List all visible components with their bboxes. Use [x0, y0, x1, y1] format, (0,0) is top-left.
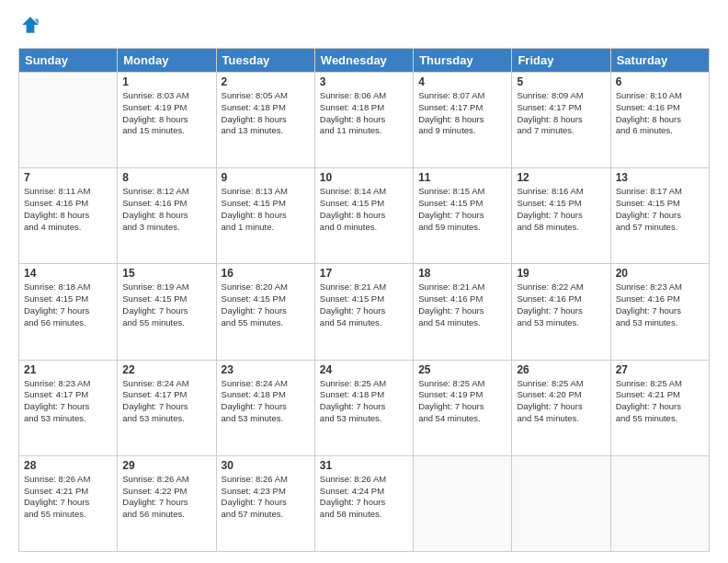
- cell-info: Sunrise: 8:24 AM Sunset: 4:17 PM Dayligh…: [122, 378, 210, 425]
- calendar-cell: 3Sunrise: 8:06 AM Sunset: 4:18 PM Daylig…: [314, 73, 413, 168]
- calendar-week-row: 7Sunrise: 8:11 AM Sunset: 4:16 PM Daylig…: [19, 168, 710, 264]
- weekday-header-friday: Friday: [512, 49, 610, 73]
- calendar-week-row: 28Sunrise: 8:26 AM Sunset: 4:21 PM Dayli…: [19, 455, 710, 551]
- cell-info: Sunrise: 8:25 AM Sunset: 4:18 PM Dayligh…: [320, 378, 408, 425]
- weekday-row: SundayMondayTuesdayWednesdayThursdayFrid…: [19, 49, 710, 73]
- header: [18, 15, 710, 39]
- cell-info: Sunrise: 8:25 AM Sunset: 4:19 PM Dayligh…: [418, 378, 506, 425]
- day-number: 7: [24, 171, 112, 184]
- calendar-cell: 29Sunrise: 8:26 AM Sunset: 4:22 PM Dayli…: [118, 455, 216, 551]
- cell-info: Sunrise: 8:03 AM Sunset: 4:19 PM Dayligh…: [122, 90, 210, 137]
- calendar-cell: 4Sunrise: 8:07 AM Sunset: 4:17 PM Daylig…: [414, 73, 512, 168]
- calendar-cell: 1Sunrise: 8:03 AM Sunset: 4:19 PM Daylig…: [118, 73, 216, 168]
- day-number: 29: [122, 459, 210, 472]
- weekday-header-monday: Monday: [118, 49, 216, 73]
- cell-info: Sunrise: 8:25 AM Sunset: 4:21 PM Dayligh…: [616, 378, 704, 425]
- calendar-cell: 14Sunrise: 8:18 AM Sunset: 4:15 PM Dayli…: [19, 264, 118, 360]
- cell-info: Sunrise: 8:09 AM Sunset: 4:17 PM Dayligh…: [517, 90, 605, 137]
- day-number: 12: [517, 171, 605, 184]
- calendar-cell: 13Sunrise: 8:17 AM Sunset: 4:15 PM Dayli…: [610, 168, 709, 264]
- day-number: 25: [418, 363, 506, 376]
- day-number: 2: [222, 75, 310, 88]
- calendar-cell: 10Sunrise: 8:14 AM Sunset: 4:15 PM Dayli…: [314, 168, 413, 264]
- calendar-cell: 17Sunrise: 8:21 AM Sunset: 4:15 PM Dayli…: [314, 264, 413, 360]
- cell-info: Sunrise: 8:22 AM Sunset: 4:16 PM Dayligh…: [517, 282, 605, 328]
- cell-info: Sunrise: 8:17 AM Sunset: 4:15 PM Dayligh…: [616, 186, 704, 233]
- day-number: 31: [320, 459, 408, 472]
- cell-info: Sunrise: 8:21 AM Sunset: 4:15 PM Dayligh…: [320, 282, 408, 328]
- day-number: 6: [616, 75, 704, 88]
- calendar-cell: 27Sunrise: 8:25 AM Sunset: 4:21 PM Dayli…: [610, 360, 709, 455]
- cell-info: Sunrise: 8:14 AM Sunset: 4:15 PM Dayligh…: [320, 186, 408, 233]
- cell-info: Sunrise: 8:25 AM Sunset: 4:20 PM Dayligh…: [517, 378, 605, 425]
- day-number: 18: [418, 267, 506, 280]
- day-number: 30: [222, 459, 310, 472]
- cell-info: Sunrise: 8:26 AM Sunset: 4:21 PM Dayligh…: [24, 474, 112, 521]
- day-number: 14: [24, 267, 112, 280]
- cell-info: Sunrise: 8:11 AM Sunset: 4:16 PM Dayligh…: [24, 186, 112, 233]
- day-number: 16: [222, 267, 310, 280]
- cell-info: Sunrise: 8:15 AM Sunset: 4:15 PM Dayligh…: [418, 186, 506, 233]
- weekday-header-saturday: Saturday: [610, 49, 709, 73]
- day-number: 23: [222, 363, 310, 376]
- weekday-header-thursday: Thursday: [414, 49, 512, 73]
- cell-info: Sunrise: 8:12 AM Sunset: 4:16 PM Dayligh…: [122, 186, 210, 233]
- calendar-cell: 24Sunrise: 8:25 AM Sunset: 4:18 PM Dayli…: [314, 360, 413, 455]
- weekday-header-sunday: Sunday: [19, 49, 118, 73]
- day-number: 26: [517, 363, 605, 376]
- calendar-page: SundayMondayTuesdayWednesdayThursdayFrid…: [0, 0, 728, 563]
- calendar-week-row: 14Sunrise: 8:18 AM Sunset: 4:15 PM Dayli…: [19, 264, 710, 360]
- calendar-cell: [414, 455, 512, 551]
- day-number: 27: [616, 363, 704, 376]
- cell-info: Sunrise: 8:26 AM Sunset: 4:23 PM Dayligh…: [222, 474, 310, 521]
- calendar-cell: 20Sunrise: 8:23 AM Sunset: 4:16 PM Dayli…: [610, 264, 709, 360]
- day-number: 20: [616, 267, 704, 280]
- calendar-cell: 15Sunrise: 8:19 AM Sunset: 4:15 PM Dayli…: [118, 264, 216, 360]
- calendar-cell: 11Sunrise: 8:15 AM Sunset: 4:15 PM Dayli…: [414, 168, 512, 264]
- calendar-cell: 25Sunrise: 8:25 AM Sunset: 4:19 PM Dayli…: [414, 360, 512, 455]
- calendar-table: SundayMondayTuesdayWednesdayThursdayFrid…: [18, 48, 710, 552]
- cell-info: Sunrise: 8:06 AM Sunset: 4:18 PM Dayligh…: [320, 90, 408, 137]
- day-number: 11: [418, 171, 506, 184]
- calendar-cell: 8Sunrise: 8:12 AM Sunset: 4:16 PM Daylig…: [118, 168, 216, 264]
- day-number: 9: [222, 171, 310, 184]
- cell-info: Sunrise: 8:07 AM Sunset: 4:17 PM Dayligh…: [418, 90, 506, 137]
- day-number: 3: [320, 75, 408, 88]
- calendar-cell: 5Sunrise: 8:09 AM Sunset: 4:17 PM Daylig…: [512, 73, 610, 168]
- calendar-cell: 6Sunrise: 8:10 AM Sunset: 4:16 PM Daylig…: [610, 73, 709, 168]
- calendar-cell: 30Sunrise: 8:26 AM Sunset: 4:23 PM Dayli…: [216, 455, 314, 551]
- cell-info: Sunrise: 8:23 AM Sunset: 4:16 PM Dayligh…: [616, 282, 704, 328]
- day-number: 4: [418, 75, 506, 88]
- calendar-cell: 12Sunrise: 8:16 AM Sunset: 4:15 PM Dayli…: [512, 168, 610, 264]
- cell-info: Sunrise: 8:10 AM Sunset: 4:16 PM Dayligh…: [616, 90, 704, 137]
- day-number: 8: [122, 171, 210, 184]
- calendar-cell: 28Sunrise: 8:26 AM Sunset: 4:21 PM Dayli…: [19, 455, 118, 551]
- day-number: 13: [616, 171, 704, 184]
- day-number: 24: [320, 363, 408, 376]
- calendar-cell: 26Sunrise: 8:25 AM Sunset: 4:20 PM Dayli…: [512, 360, 610, 455]
- calendar-cell: 31Sunrise: 8:26 AM Sunset: 4:24 PM Dayli…: [314, 455, 413, 551]
- day-number: 21: [24, 363, 112, 376]
- cell-info: Sunrise: 8:23 AM Sunset: 4:17 PM Dayligh…: [24, 378, 112, 425]
- weekday-header-tuesday: Tuesday: [216, 49, 314, 73]
- cell-info: Sunrise: 8:19 AM Sunset: 4:15 PM Dayligh…: [122, 282, 210, 328]
- calendar-cell: 21Sunrise: 8:23 AM Sunset: 4:17 PM Dayli…: [19, 360, 118, 455]
- cell-info: Sunrise: 8:26 AM Sunset: 4:24 PM Dayligh…: [320, 474, 408, 521]
- day-number: 15: [122, 267, 210, 280]
- day-number: 5: [517, 75, 605, 88]
- calendar-week-row: 21Sunrise: 8:23 AM Sunset: 4:17 PM Dayli…: [19, 360, 710, 455]
- cell-info: Sunrise: 8:16 AM Sunset: 4:15 PM Dayligh…: [517, 186, 605, 233]
- day-number: 19: [517, 267, 605, 280]
- calendar-body: 1Sunrise: 8:03 AM Sunset: 4:19 PM Daylig…: [19, 73, 710, 552]
- calendar-cell: [19, 73, 118, 168]
- logo-icon: [20, 15, 40, 35]
- day-number: 17: [320, 267, 408, 280]
- calendar-cell: 18Sunrise: 8:21 AM Sunset: 4:16 PM Dayli…: [414, 264, 512, 360]
- calendar-header: SundayMondayTuesdayWednesdayThursdayFrid…: [19, 49, 710, 73]
- cell-info: Sunrise: 8:26 AM Sunset: 4:22 PM Dayligh…: [122, 474, 210, 521]
- cell-info: Sunrise: 8:05 AM Sunset: 4:18 PM Dayligh…: [222, 90, 310, 137]
- cell-info: Sunrise: 8:13 AM Sunset: 4:15 PM Dayligh…: [222, 186, 310, 233]
- cell-info: Sunrise: 8:21 AM Sunset: 4:16 PM Dayligh…: [418, 282, 506, 328]
- calendar-cell: [512, 455, 610, 551]
- calendar-cell: 7Sunrise: 8:11 AM Sunset: 4:16 PM Daylig…: [19, 168, 118, 264]
